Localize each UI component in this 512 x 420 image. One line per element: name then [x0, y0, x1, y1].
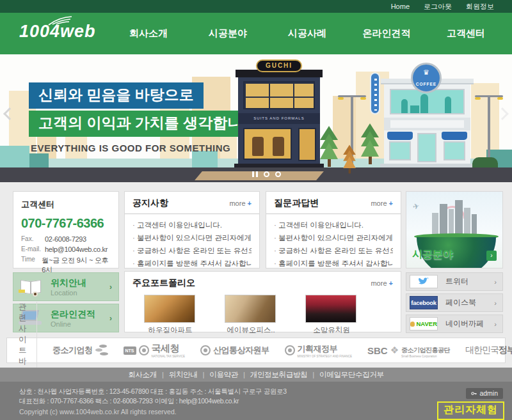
shop-lower-floor [238, 124, 320, 164]
nav-item-estimate[interactable]: 온라인견적 [347, 13, 426, 54]
shop-windows [243, 81, 315, 109]
lamp-bulb [475, 97, 481, 100]
partner-smba[interactable]: 중소기업청 [52, 345, 108, 356]
carousel-dot-2[interactable] [275, 171, 281, 177]
utility-bar: Home 로그아웃 회원정보 [0, 0, 512, 13]
coffee-window [444, 141, 465, 160]
footer-link-privacy[interactable]: 개인정보취급방침 [250, 370, 319, 380]
partner-korea-gov[interactable]: 대한민국정부 [465, 345, 512, 356]
hero-headline-1: 신뢰와 믿음을 바탕으로 [29, 82, 204, 109]
vertical-sign-text [374, 79, 377, 111]
partner-nts[interactable]: NTS 국세청 NATIONAL TAX SERVICE [124, 343, 186, 358]
teal-building [29, 153, 49, 167]
notice-more-link[interactable]: more + [229, 199, 252, 207]
street-lamp [475, 91, 503, 167]
fax-label: Fax. [21, 235, 45, 243]
chevron-right-icon: › [494, 299, 497, 307]
notice-item[interactable]: 궁금하신 사항은 온라인 또는 유선으로.. [132, 244, 252, 257]
footer-link-email-refusal[interactable]: 이메일무단수집거부 [319, 370, 384, 380]
shop-display-window [243, 128, 292, 160]
key-icon [471, 391, 477, 396]
social-naver-cafe[interactable]: NAVER 네이버까페 › [406, 315, 503, 333]
qna-more-link[interactable]: more + [371, 199, 393, 207]
coffee-door [417, 133, 436, 162]
notice-box: 공지사항 more + 고객센터 이용안내입니다. 불편사항이 있으시다면 관리… [124, 191, 260, 268]
lamp-pole [488, 97, 490, 167]
carousel-controls [252, 171, 281, 177]
nav-item-customer[interactable]: 고객센터 [426, 13, 506, 54]
facebook-label: 페이스북 [445, 297, 476, 308]
notice-item[interactable]: 고객센터 이용안내입니다. [132, 219, 252, 231]
coffee-shop-illustration: ♛ COFFEE [384, 63, 470, 167]
logo[interactable]: 1004web [19, 22, 96, 42]
notice-item[interactable]: 불편사항이 있으시다면 관리자에게 연.. [132, 231, 252, 244]
plus-icon: + [389, 199, 393, 207]
online-estimate-subtitle: Online [51, 320, 95, 328]
qna-item[interactable]: 홈페이지를 방문해 주셔서 감사합니다. [274, 257, 393, 270]
partner-sbc[interactable]: SBC ❖ 중소기업진흥공단 Small Business Corporatio… [367, 343, 450, 358]
email-value: help@1004web.co.kr [45, 245, 108, 253]
online-estimate-title: 온라인견적 [51, 309, 95, 320]
chevron-right-icon: › [494, 320, 497, 328]
qna-item[interactable]: 고객센터 이용안내입니다. [274, 219, 393, 231]
qna-item[interactable]: 궁금하신 사항은 온라인 또는 유선으로.. [274, 244, 393, 257]
portfolio-thumbnail [225, 295, 276, 323]
guchi-sign: GUCHI [256, 59, 302, 72]
carousel-dot-1[interactable] [264, 171, 269, 177]
lamp-bulb [497, 97, 503, 100]
location-button[interactable]: 위치안내 Location › [13, 272, 119, 301]
nav-menu: 회사소개 시공분야 시공사례 온라인견적 고객센터 [109, 13, 506, 54]
coat-silhouette [273, 137, 284, 156]
side-banner-arrow[interactable]: › [486, 251, 497, 261]
person-silhouette [401, 99, 408, 113]
coffee-mid-band [384, 118, 470, 130]
chevron-right-icon: › [109, 283, 112, 292]
footer-info-line1: 상호 : 천사웹 사업자등록번호 : 123-45-67890 대표 : 홍길동… [19, 387, 287, 396]
hero-copy: 신뢰와 믿음을 바탕으로 고객의 이익과 가치를 생각합니다. EVERYTHI… [29, 82, 271, 153]
portfolio-thumbnail [144, 295, 195, 323]
shop-upper-floor [238, 77, 320, 113]
social-facebook[interactable]: facebook 페이스북 › [406, 293, 503, 312]
home-link[interactable]: Home [391, 3, 410, 10]
footer-link-terms[interactable]: 이용약관 [209, 370, 250, 380]
partner-motie[interactable]: 산업통상자원부 [200, 345, 269, 356]
coffee-signboard [390, 120, 464, 128]
partner-mosf[interactable]: 기획재정부 MINISTRY OF STRATEGY AND FINANCE [285, 343, 352, 358]
admin-button-label: admin [479, 389, 498, 397]
page: Home 로그아웃 회원정보 1004web 회사소개 시공분야 시공사례 온라… [0, 0, 512, 420]
orange-tree [343, 145, 356, 174]
portfolio-more-link[interactable]: more + [371, 279, 393, 287]
table-silhouette [410, 105, 419, 113]
side-banner-label: 시공분야 [412, 248, 453, 261]
portfolio-caption: 하우징아파트 [144, 325, 196, 335]
notice-list: 고객센터 이용안내입니다. 불편사항이 있으시다면 관리자에게 연.. 궁금하신… [125, 214, 259, 274]
admin-experience-badge[interactable]: 관리자체험 [437, 401, 504, 420]
twitter-label: 트위터 [445, 276, 468, 287]
nav-item-fields[interactable]: 시공분야 [188, 13, 268, 54]
admin-button[interactable]: admin [466, 388, 503, 399]
portfolio-item[interactable]: 소망유치원 [305, 295, 358, 335]
side-banner-fields[interactable]: ✈ 시공분야 › [406, 191, 503, 268]
lamp-bulb [338, 97, 344, 100]
footer-link-company[interactable]: 회사소개 [128, 370, 169, 380]
notice-title: 공지사항 [132, 198, 168, 209]
nav-item-company[interactable]: 회사소개 [109, 13, 188, 54]
portfolio-item[interactable]: 하우징아파트 [144, 295, 196, 335]
customer-center-phone: 070-7767-6366 [21, 216, 111, 231]
footer-info-line2: 대표전화 : 070-7767-6366 팩스 : 02-6008-7293 이… [19, 396, 287, 406]
portfolio-item[interactable]: 에이뷰오피스.. [225, 295, 277, 335]
carousel-pause-button[interactable] [252, 171, 258, 177]
notice-item[interactable]: 홈페이지를 방문해 주셔서 감사합니다. [132, 257, 252, 270]
crown-icon: ♛ [413, 68, 440, 77]
nav-item-cases[interactable]: 시공사례 [268, 13, 347, 54]
hero-headline-2: 고객의 이익과 가치를 생각합니다. [29, 111, 271, 137]
social-twitter[interactable]: 트위터 › [406, 272, 503, 291]
logout-link[interactable]: 로그아웃 [424, 2, 452, 12]
bush [472, 157, 498, 167]
map-book-icon [17, 277, 45, 297]
footer: 상호 : 천사웹 사업자등록번호 : 123-45-67890 대표 : 홍길동… [0, 382, 512, 420]
member-info-link[interactable]: 회원정보 [466, 2, 494, 12]
footer-link-location[interactable]: 위치안내 [169, 370, 210, 380]
footer-link-bar: 회사소개 위치안내 이용약관 개인정보취급방침 이메일무단수집거부 [0, 368, 512, 382]
qna-item[interactable]: 불편사항이 있으시다면 관리자에게 연.. [274, 231, 393, 244]
